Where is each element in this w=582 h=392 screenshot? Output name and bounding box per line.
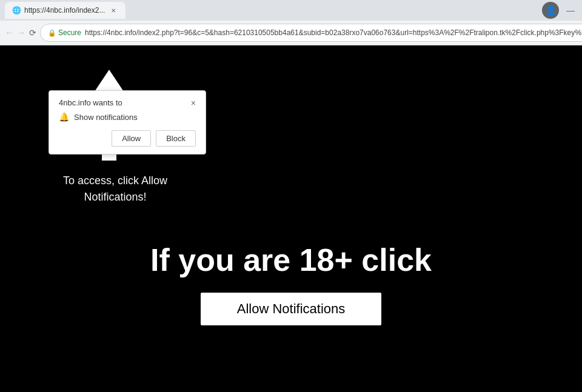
notification-popup: 4nbc.info wants to × 🔔 Show notification…: [48, 90, 206, 154]
url-text: https://4nbc.info/index2.php?t=96&c=5&ha…: [85, 28, 582, 37]
bell-icon: 🔔: [59, 112, 69, 122]
back-button[interactable]: ←: [5, 24, 13, 41]
tab-favicon: 🌐: [12, 6, 21, 15]
profile-button[interactable]: 👤: [542, 2, 559, 19]
popup-notification-row: 🔔 Show notifications: [59, 112, 196, 122]
reload-button[interactable]: ⟳: [29, 24, 36, 41]
window-controls: 👤 —: [542, 2, 577, 19]
popup-notification-text: Show notifications: [74, 113, 138, 122]
popup-buttons: Allow Block: [59, 130, 196, 147]
tab-close-button[interactable]: ✕: [109, 5, 118, 15]
allow-button[interactable]: Allow: [112, 130, 151, 147]
block-button[interactable]: Block: [156, 130, 196, 147]
allow-notifications-button[interactable]: Allow Notifications: [201, 293, 382, 325]
instruction-label: To access, click Allow Notifications!: [63, 174, 167, 203]
popup-title: 4nbc.info wants to: [59, 98, 122, 107]
page-content: 4nbc.info wants to × 🔔 Show notification…: [0, 45, 582, 392]
account-icon: 👤: [546, 5, 556, 15]
forward-button[interactable]: →: [17, 24, 25, 41]
url-bar[interactable]: 🔒 Secure https://4nbc.info/index2.php?t=…: [40, 24, 582, 42]
secure-badge: 🔒 Secure: [48, 28, 81, 37]
secure-label: Secure: [58, 28, 81, 37]
tab-title: https://4nbc.info/index2...: [24, 6, 105, 15]
minimize-button[interactable]: —: [566, 5, 575, 15]
popup-header: 4nbc.info wants to ×: [59, 98, 196, 107]
browser-tab[interactable]: 🌐 https://4nbc.info/index2... ✕: [5, 2, 125, 19]
big-heading: If you are 18+ click: [150, 242, 432, 278]
popup-close-button[interactable]: ×: [191, 99, 196, 107]
lock-icon: 🔒: [48, 29, 56, 37]
browser-chrome: 🌐 https://4nbc.info/index2... ✕ 👤 — ← → …: [0, 0, 582, 45]
instruction-text: To access, click Allow Notifications!: [63, 173, 167, 205]
title-bar: 🌐 https://4nbc.info/index2... ✕ 👤 —: [0, 0, 582, 21]
address-bar: ← → ⟳ 🔒 Secure https://4nbc.info/index2.…: [0, 21, 582, 45]
